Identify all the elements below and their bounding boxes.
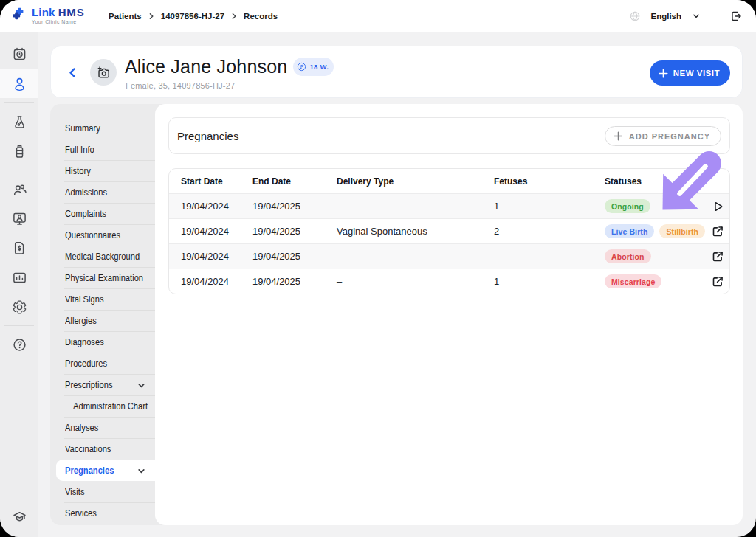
sidebar-item-administration-chart[interactable]: Administration Chart [50, 395, 155, 417]
chevron-down-icon[interactable] [691, 11, 701, 21]
open-in-new-icon [711, 275, 724, 288]
table-row[interactable]: 19/04/202419/04/2025–1Miscarriage [169, 268, 729, 294]
open-record-button[interactable] [710, 224, 725, 239]
rail-item-medications[interactable] [0, 136, 38, 166]
table-row[interactable]: 19/04/202419/04/2025Vaginal Spontaneous2… [169, 218, 729, 243]
patient-avatar[interactable] [90, 59, 117, 86]
rail-item-billing[interactable] [0, 233, 38, 263]
rail-item-staff[interactable] [0, 175, 38, 204]
cell-fetuses: 1 [494, 276, 605, 287]
rail-item-education[interactable] [0, 502, 38, 531]
sidebar-item-questionnaires[interactable]: Questionnaires [50, 224, 155, 246]
doc-dollar-icon [12, 240, 27, 256]
sidebar-item-label: Admissions [65, 187, 107, 198]
sidebar-item-pregnancies[interactable]: Pregnancies [56, 460, 156, 481]
breadcrumb-item-14097856-hj-27[interactable]: 14097856-HJ-27 [161, 12, 224, 21]
cell-fetuses: 1 [494, 201, 605, 212]
sidebar-item-label: Vital Signs [65, 294, 104, 305]
person-icon [12, 76, 27, 91]
sidebar-item-admissions[interactable]: Admissions [50, 181, 155, 203]
patient-name-row: Alice Jane Johnson 18 W. [125, 56, 334, 77]
help-circle-icon [12, 337, 27, 353]
sidebar-item-vaccinations[interactable]: Vaccinations [50, 438, 155, 460]
sidebar-item-label: Summary [65, 123, 100, 134]
cell-statuses: Live BirthStillbirth [605, 224, 695, 238]
sidebar-item-full-info[interactable]: Full Info [50, 139, 155, 160]
sidebar-item-medical-background[interactable]: Medical Background [50, 246, 155, 267]
graduation-cap-icon [12, 509, 27, 524]
back-button[interactable] [61, 60, 84, 84]
cell-actions [695, 224, 729, 239]
breadcrumb-item-records[interactable]: Records [244, 12, 278, 21]
column-header-start-date: Start Date [181, 176, 252, 187]
rail-item-laboratory[interactable] [0, 107, 38, 136]
cell-delivery-type: – [337, 276, 494, 287]
sidebar-item-label: Administration Chart [73, 401, 148, 412]
cell-actions [695, 199, 729, 214]
logout-icon[interactable] [729, 10, 743, 23]
sidebar-item-label: Physical Examination [65, 273, 143, 283]
status-badge-abortion: Abortion [605, 249, 651, 263]
sidebar-item-complaints[interactable]: Complaints [50, 203, 155, 224]
cell-start-date: 19/04/2024 [181, 226, 252, 237]
sidebar-item-label: Visits [65, 487, 84, 497]
topbar: LinkHMS Your Clinic Name Patients1409785… [0, 0, 756, 32]
sidebar-item-label: Medical Background [65, 252, 140, 262]
breadcrumb-separator-icon [148, 13, 155, 20]
sidebar-item-analyses[interactable]: Analyses [50, 417, 155, 438]
rail-item-settings[interactable] [0, 292, 38, 322]
status-badge-miscarriage: Miscarriage [605, 274, 662, 288]
add-pregnancy-button[interactable]: ADD PREGNANCY [605, 126, 721, 146]
sidebar-item-label: Complaints [65, 209, 106, 219]
table-row[interactable]: 19/04/202419/04/2025–1Ongoing [169, 193, 729, 218]
people-icon [12, 182, 27, 198]
table-row[interactable]: 19/04/202419/04/2025––Abortion [169, 243, 729, 268]
cell-end-date: 19/04/2025 [252, 226, 337, 237]
language-selector[interactable]: English [650, 12, 681, 21]
brand-primary: Link [32, 6, 55, 18]
sidebar-item-label: Prescriptions [65, 380, 113, 390]
rail-item-patients[interactable] [0, 69, 38, 98]
new-visit-button[interactable]: NEW VISIT [650, 60, 730, 86]
sidebar-item-label: History [65, 166, 91, 176]
sidebar-item-vital-signs[interactable]: Vital Signs [50, 288, 155, 310]
open-record-button[interactable] [710, 249, 725, 264]
panel-header: Pregnancies ADD PREGNANCY [168, 117, 730, 154]
sidebar-item-services[interactable]: Services [50, 502, 155, 524]
sidebar-item-prescriptions[interactable]: Prescriptions [50, 374, 155, 395]
cell-start-date: 19/04/2024 [181, 251, 252, 262]
rail-item-help[interactable] [0, 330, 38, 359]
rail-divider [4, 102, 34, 103]
logo-wordmark: LinkHMS [32, 7, 85, 18]
start-visit-button[interactable] [710, 199, 725, 214]
cell-statuses: Miscarriage [605, 274, 695, 288]
cell-delivery-type: – [337, 201, 494, 212]
embryo-icon [297, 62, 306, 72]
globe-icon [629, 10, 641, 22]
cell-actions [695, 274, 729, 289]
sidebar-item-diagnoses[interactable]: Diagnoses [50, 331, 155, 353]
sidebar-item-history[interactable]: History [50, 160, 155, 181]
status-badge-live-birth: Live Birth [605, 224, 654, 238]
app-logo[interactable]: LinkHMS Your Clinic Name [11, 7, 85, 24]
sidebar-item-summary[interactable]: Summary [50, 117, 155, 139]
cell-statuses: Ongoing [605, 199, 695, 213]
sidebar-item-label: Full Info [65, 145, 94, 155]
rail-item-workstation[interactable] [0, 204, 38, 233]
sidebar-item-procedures[interactable]: Procedures [50, 353, 155, 374]
calendar-clock-icon [12, 46, 27, 62]
sidebar-item-physical-examination[interactable]: Physical Examination [50, 267, 155, 288]
cell-end-date: 19/04/2025 [252, 201, 337, 212]
sidebar-item-label: Questionnaires [65, 230, 120, 240]
rail-item-reports[interactable] [0, 263, 38, 292]
cell-actions [695, 249, 729, 264]
sidebar-item-label: Allergies [65, 316, 97, 326]
cell-end-date: 19/04/2025 [252, 276, 337, 287]
sidebar-item-allergies[interactable]: Allergies [50, 310, 155, 331]
open-record-button[interactable] [710, 274, 725, 289]
clinic-name: Your Clinic Name [32, 19, 85, 24]
breadcrumb-item-patients[interactable]: Patients [109, 12, 142, 21]
rail-item-schedule[interactable] [0, 39, 38, 69]
table-header-row: Start DateEnd DateDelivery TypeFetusesSt… [169, 169, 729, 193]
sidebar-item-visits[interactable]: Visits [50, 481, 155, 502]
